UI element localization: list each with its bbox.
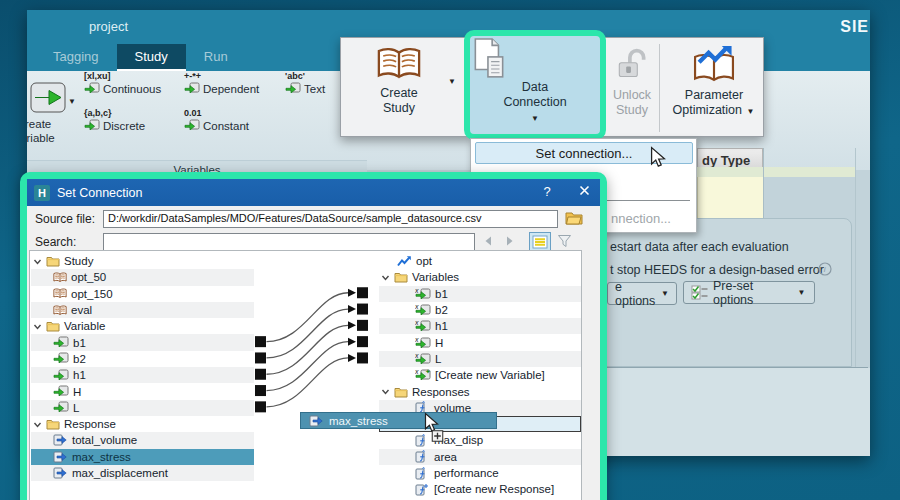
- tree-row-max_disp[interactable]: max_disp: [379, 432, 581, 448]
- tree-row-responses[interactable]: Responses: [379, 383, 581, 399]
- tree-item-label: Variables: [412, 271, 459, 283]
- svg-text:x: x: [415, 303, 419, 310]
- response-f-icon: [415, 450, 430, 463]
- stop-heeds-text: t stop HEEDS for a design-based error: [610, 263, 824, 277]
- chevron-expander-icon[interactable]: [33, 257, 42, 266]
- parameter-optimization-icon: [669, 46, 759, 84]
- target-tree: optVariablesxb1xb2xh1xHxLx✦[Create new V…: [379, 253, 581, 497]
- tree-row-variables[interactable]: Variables: [379, 269, 581, 285]
- tab-study[interactable]: Study: [117, 44, 186, 71]
- close-icon[interactable]: [579, 185, 590, 196]
- tree-item-label: performance: [434, 467, 499, 479]
- preset-options-button[interactable]: Pre-set options: [683, 281, 815, 304]
- discrete-variable-button[interactable]: {a,b,c} Discrete: [84, 108, 145, 132]
- tree-row-area[interactable]: area: [379, 449, 581, 465]
- tree-row-b1[interactable]: xb1: [379, 286, 581, 302]
- dialog-help-button[interactable]: ?: [538, 184, 556, 199]
- tree-row-opt_150[interactable]: opt_150: [31, 286, 254, 302]
- tree-item-label: Study: [64, 255, 93, 267]
- data-connection-icon: [471, 38, 599, 80]
- tree-item-label: b1: [435, 288, 448, 300]
- tree-row-h[interactable]: xH: [379, 334, 581, 350]
- create-variable-button[interactable]: Create Variable: [27, 117, 60, 145]
- response-icon: [53, 451, 68, 463]
- parameter-optimization-button[interactable]: Parameter Optimization: [669, 46, 759, 118]
- tab-tagging[interactable]: Tagging: [35, 44, 117, 71]
- tree-row-createnewvariable[interactable]: x✦[Create new Variable]: [379, 367, 581, 383]
- tree-row-eval[interactable]: eval: [31, 302, 254, 318]
- tree-row-performance[interactable]: performance: [379, 465, 581, 481]
- tree-row-study[interactable]: Study: [31, 253, 254, 269]
- tree-item-label: opt_50: [71, 271, 106, 283]
- continuous-variable-button[interactable]: [xl,xu] Continuous: [84, 71, 161, 95]
- tree-row-variable[interactable]: Variable: [31, 318, 254, 334]
- restart-data-text: estart data after each evaluation: [610, 240, 789, 254]
- tree-item-label: h1: [73, 369, 86, 381]
- heeds-logo-icon: H: [34, 185, 50, 201]
- drag-ghost-max-stress[interactable]: max_stress: [300, 412, 497, 429]
- data-connection-button[interactable]: Data Connection: [471, 38, 599, 134]
- tree-item-label: h1: [435, 320, 448, 332]
- info-icon[interactable]: i: [818, 262, 832, 276]
- tab-run[interactable]: Run: [186, 44, 246, 71]
- parameter-optimization-label: Parameter Optimization: [673, 88, 744, 117]
- chevron-expander-icon[interactable]: [33, 420, 42, 429]
- chevron-expander-icon[interactable]: [33, 322, 42, 331]
- remove-connection-menu-item[interactable]: nnection...: [611, 211, 671, 226]
- tree-row-max_stress[interactable]: max_stress: [31, 449, 254, 465]
- highlight-all-button[interactable]: [529, 232, 551, 252]
- tree-row-b2[interactable]: xb2: [379, 302, 581, 318]
- tree-row-opt[interactable]: opt: [379, 253, 581, 269]
- browse-folder-icon[interactable]: [565, 210, 583, 225]
- tree-row-max_displacement[interactable]: max_displacement: [31, 465, 254, 481]
- search-input[interactable]: [103, 233, 475, 251]
- set-connection-menu-item[interactable]: Set connection...: [475, 142, 693, 164]
- more-options-button[interactable]: e options: [607, 282, 677, 305]
- tree-row-l[interactable]: L: [31, 400, 254, 416]
- tree-row-total_volume[interactable]: total_volume: [31, 432, 254, 448]
- tree-row-createnewresponse[interactable]: [Create new Response]: [379, 481, 581, 497]
- source-file-field[interactable]: D:/workdir/DataSamples/MDO/Features/Data…: [103, 210, 558, 228]
- create-variable-dropdown-icon[interactable]: [68, 98, 78, 106]
- unlock-study-button[interactable]: Unlock Study: [607, 48, 657, 118]
- tree-row-l[interactable]: xL: [379, 351, 581, 367]
- toolbar-separator: [659, 44, 660, 132]
- folder-icon: [394, 271, 408, 283]
- text-label: Text: [304, 83, 325, 95]
- dialog-title: Set Connection: [57, 186, 142, 200]
- tree-row-b1[interactable]: b1: [31, 334, 254, 350]
- continuous-label: Continuous: [103, 83, 161, 95]
- svg-text:x: x: [415, 368, 419, 375]
- chevron-down-icon: [798, 289, 807, 297]
- parameter-optimization-dropdown-icon: [745, 108, 755, 116]
- search-prev-icon[interactable]: [483, 235, 494, 247]
- filter-icon[interactable]: [557, 234, 572, 248]
- tree-row-response[interactable]: Response: [31, 416, 254, 432]
- chevron-expander-icon[interactable]: [381, 387, 390, 396]
- chevron-expander-icon[interactable]: [381, 273, 390, 282]
- tree-item-label: L: [73, 402, 79, 414]
- svg-text:x: x: [415, 319, 419, 326]
- variable-icon: [53, 336, 69, 349]
- tree-row-h1[interactable]: h1: [31, 367, 254, 383]
- screenshot-stage: project SIE Tagging Study Run Create Var…: [0, 0, 900, 500]
- constant-variable-button[interactable]: 0.01 Constant: [184, 108, 249, 132]
- tree-row-opt_50[interactable]: opt_50: [31, 269, 254, 285]
- tree-item-label: total_volume: [72, 434, 137, 446]
- variable-x-icon: x: [415, 319, 431, 333]
- create-variable-icon[interactable]: [30, 82, 66, 113]
- source-tree: Studyopt_50opt_150evalVariableb1b2h1HLRe…: [31, 253, 254, 481]
- folder-icon: [394, 386, 408, 398]
- constant-prefix: 0.01: [184, 108, 249, 118]
- search-next-icon[interactable]: [504, 235, 515, 247]
- variable-arrow-icon: [84, 119, 100, 132]
- tree-row-b2[interactable]: b2: [31, 351, 254, 367]
- connection-tree-area: Studyopt_50opt_150evalVariableb1b2h1HLRe…: [29, 250, 582, 500]
- create-study-dropdown-icon[interactable]: [448, 78, 458, 86]
- text-variable-button[interactable]: 'abc' Text: [285, 71, 325, 95]
- tree-row-h[interactable]: H: [31, 383, 254, 399]
- tree-row-h1[interactable]: xh1: [379, 318, 581, 334]
- create-study-button[interactable]: Create Study: [349, 46, 449, 116]
- dependent-variable-button[interactable]: +-*+ Dependent: [184, 71, 259, 95]
- tree-item-label: max_stress: [72, 451, 131, 463]
